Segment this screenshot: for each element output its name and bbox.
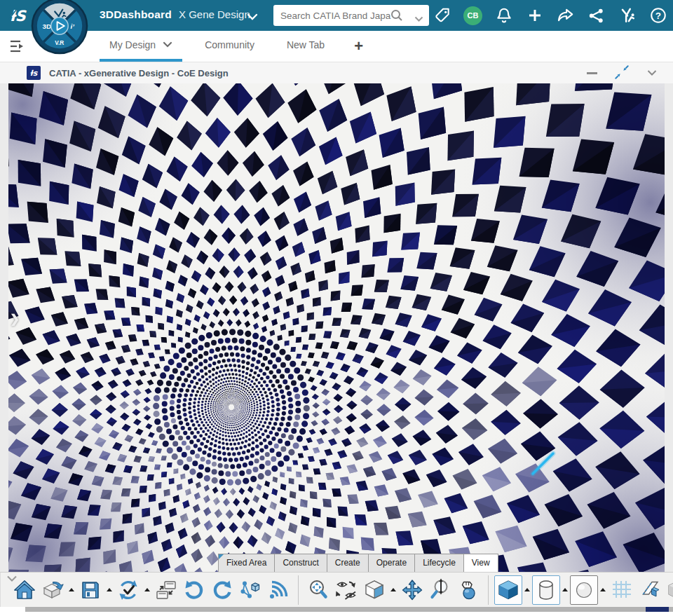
tab-chevron-down-icon	[163, 41, 172, 48]
avatar-badge[interactable]: CB	[463, 6, 482, 25]
horizontal-scrollbar[interactable]	[25, 607, 673, 612]
3dexperience-compass-logo[interactable]: 3D i’ V.R	[31, 0, 88, 55]
bottom-scroll-row	[0, 607, 673, 612]
tab-new-tab[interactable]: New Tab	[277, 31, 334, 62]
svg-text:V.R: V.R	[55, 39, 64, 46]
toolbar-group-2	[298, 575, 488, 605]
svg-text:?: ?	[655, 11, 660, 21]
shaded-cylinder-dropdown-caret[interactable]	[562, 588, 568, 591]
zoom-button[interactable]	[426, 575, 454, 605]
sync-check-dropdown-caret[interactable]	[144, 588, 150, 591]
search-box	[273, 5, 429, 26]
ribbon-tab-operate[interactable]: Operate	[368, 554, 415, 572]
toolbar-group-1	[5, 575, 298, 605]
people-icon[interactable]	[618, 6, 637, 25]
dashboard-tab-bar: My Design Community New Tab +	[0, 31, 673, 62]
catia-app-icon: ƚs	[27, 66, 41, 80]
grid-button[interactable]	[608, 575, 636, 605]
share-nodes-icon[interactable]	[587, 6, 606, 25]
dashboard-context-title[interactable]: X Gene Design	[179, 8, 250, 20]
stream-button[interactable]	[264, 575, 292, 605]
panel-expander-arrow[interactable]: ❯	[10, 313, 20, 325]
tag-icon[interactable]	[433, 6, 451, 25]
sync-check-button[interactable]	[114, 575, 142, 605]
pan-button[interactable]	[398, 575, 426, 605]
tab-my-design[interactable]: My Design	[100, 31, 182, 62]
window-collapse-chevron-icon[interactable]	[646, 67, 658, 80]
toggle-visibility-button[interactable]	[332, 575, 360, 605]
shaded-sphere-button[interactable]	[570, 575, 598, 605]
tab-community[interactable]: Community	[195, 31, 264, 62]
minimize-button[interactable]	[587, 72, 597, 74]
model-graph-button[interactable]	[236, 575, 264, 605]
app-window-title: CATIA - xGenerative Design - CoE Design	[49, 68, 229, 78]
toolbar-group-3	[488, 575, 673, 605]
right-gutter	[665, 83, 673, 572]
save-dropdown-caret[interactable]	[107, 588, 112, 591]
section-button[interactable]	[636, 575, 664, 605]
shaded-sphere-dropdown-caret[interactable]	[600, 588, 606, 591]
topbar-actions: CB?	[433, 0, 667, 31]
horizontal-scrollbar-thumb[interactable]	[646, 607, 669, 612]
search-input[interactable]	[273, 5, 429, 26]
rotate-button[interactable]	[454, 575, 482, 605]
ribbon-tab-view[interactable]: View	[463, 554, 498, 572]
ribbon-tab-lifecycle[interactable]: Lifecycle	[414, 554, 464, 572]
dashboard-tabs: My Design Community New Tab +	[100, 31, 367, 62]
view-cube-dropdown-caret[interactable]	[390, 588, 396, 591]
ribbon-tab-create[interactable]: Create	[327, 554, 369, 572]
window-controls	[587, 62, 658, 84]
help-icon[interactable]: ?	[648, 6, 667, 25]
gray-cube-button[interactable]	[664, 575, 673, 605]
svg-text:i’: i’	[71, 22, 75, 30]
toolbar-buttons	[1, 573, 673, 607]
svg-text:ƚS: ƚS	[10, 8, 27, 25]
redo-button[interactable]	[208, 575, 236, 605]
top-bar: ƚS 3D i’ V.R 3DDashboard X Gene Desig	[0, 0, 673, 31]
ribbon-tabs: Fixed AreaConstructCreateOperateLifecycl…	[219, 554, 498, 572]
shaded-cylinder-button[interactable]	[532, 575, 560, 605]
share-forward-icon[interactable]	[556, 6, 575, 25]
3d-viewport-canvas[interactable]	[8, 83, 665, 572]
left-gutter	[0, 83, 8, 572]
toolbar-collapse-strip[interactable]	[0, 573, 1, 607]
save-button[interactable]	[76, 575, 104, 605]
restore-down-button[interactable]	[614, 64, 630, 83]
viewport-region: ❯ Fixed AreaConstructCreateOperateLifecy…	[0, 83, 673, 572]
open-model-dropdown-caret[interactable]	[69, 588, 74, 591]
search-icon[interactable]	[390, 8, 404, 25]
exchange-button[interactable]	[152, 575, 180, 605]
shaded-cube-dropdown-caret[interactable]	[524, 588, 530, 591]
toolbar-collapse-chevron-icon	[6, 575, 18, 583]
view-cube-button[interactable]	[360, 575, 388, 605]
context-chevron-down-icon[interactable]	[247, 11, 258, 24]
add-tab-button[interactable]: +	[350, 31, 367, 62]
zoom-fit-button[interactable]	[304, 575, 332, 605]
shaded-cube-button[interactable]	[494, 575, 522, 605]
viewport-wrap: ❯ Fixed AreaConstructCreateOperateLifecy…	[8, 83, 665, 572]
dassault-systemes-logo[interactable]: ƚS	[7, 5, 28, 29]
plus-icon[interactable]	[525, 6, 544, 25]
search-scope-chevron-icon[interactable]	[414, 13, 423, 25]
ribbon-tab-construct[interactable]: Construct	[274, 554, 327, 572]
ribbon-tab-fixed-area[interactable]: Fixed Area	[218, 554, 275, 572]
action-toolbar	[0, 572, 673, 607]
panel-menu-icon[interactable]	[8, 39, 25, 57]
svg-text:3D: 3D	[43, 22, 51, 30]
compass-play-button[interactable]	[51, 18, 68, 34]
undo-button[interactable]	[180, 575, 208, 605]
bell-icon[interactable]	[494, 6, 513, 25]
open-model-button[interactable]	[39, 575, 67, 605]
app-title[interactable]: 3DDashboard	[100, 8, 172, 21]
app-window-titlebar: ƚs CATIA - xGenerative Design - CoE Desi…	[0, 62, 673, 83]
